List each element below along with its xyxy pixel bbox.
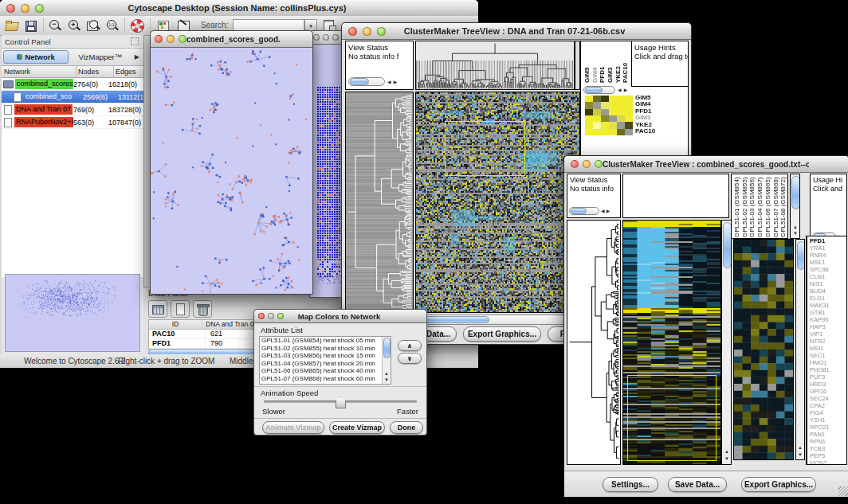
tv2-gene-label[interactable]: HAP3 [810, 323, 846, 330]
tv1-mini-scrollbar[interactable] [575, 41, 580, 90]
tv2-gene-list[interactable]: PFD1YRA1RNR4MSL1SPC98CLN1NIS1BUD4ELG1MAK… [806, 236, 847, 465]
zoom-selected-icon[interactable]: 1:1 [105, 18, 120, 33]
scroll-left-icon[interactable]: ◀ [601, 208, 605, 214]
tv2-gene-label[interactable]: MON2 [810, 459, 846, 465]
submatrix-cell[interactable] [625, 129, 633, 135]
close-button[interactable] [571, 160, 579, 168]
tv2-gene-label[interactable]: PFD1 [810, 237, 846, 244]
submatrix-cell[interactable] [593, 129, 601, 135]
attribute-item[interactable]: GPL51-06 (GSM865) heat shock 40 min [260, 367, 391, 375]
tv2-gene-label[interactable]: TCB3 [810, 445, 846, 452]
close-button[interactable] [313, 34, 320, 41]
tab-overflow-icon[interactable]: ▶ [132, 53, 142, 61]
tv2-gene-label[interactable]: MSI1 [810, 345, 846, 352]
zoom-button[interactable] [35, 4, 44, 13]
submatrix-cell[interactable] [609, 102, 617, 108]
float-panel-icon[interactable] [131, 37, 139, 45]
submatrix-cell[interactable] [585, 122, 593, 128]
minimize-button[interactable] [167, 35, 175, 43]
submatrix-cell[interactable] [617, 96, 625, 102]
submatrix-cell[interactable] [585, 96, 593, 102]
scroll-right-icon[interactable]: ▶ [394, 79, 398, 85]
help-lifebuoy-icon[interactable] [130, 18, 144, 33]
submatrix-cell[interactable] [617, 129, 625, 135]
tv2-heatmap[interactable] [622, 220, 721, 465]
network-graph-canvas[interactable] [151, 48, 311, 293]
scroll-right-icon[interactable]: ▶ [607, 208, 610, 214]
submatrix-cell[interactable] [609, 129, 617, 135]
scroll-down-icon[interactable]: ▼ [793, 230, 798, 236]
tv1-zoom-scrollbar[interactable] [583, 86, 615, 94]
tv2-gene-label[interactable]: NTR2 [810, 338, 846, 345]
tv1-export-graphics-button[interactable]: Export Graphics... [463, 326, 541, 342]
scroll-down-icon[interactable]: ▼ [384, 377, 389, 383]
tv2-gene-label[interactable]: YSH1 [810, 416, 846, 424]
tv2-gene-label[interactable]: PEP5 [810, 452, 846, 459]
scroll-left-icon[interactable]: ◀ [618, 87, 622, 93]
tab-network[interactable]: Network [3, 50, 69, 64]
tv1-status-scrollbar[interactable] [348, 77, 385, 86]
network-row[interactable]: combined_scores2764(0)16218(0) [2, 78, 143, 91]
col-header-network[interactable]: Network [2, 66, 77, 77]
submatrix-cell[interactable] [609, 109, 617, 115]
minimize-button[interactable] [21, 4, 29, 13]
slider-thumb[interactable] [336, 397, 346, 408]
submatrix-cell[interactable] [617, 115, 625, 122]
network-row[interactable]: RNAPuberNov2+I563(0)107847(0) [2, 116, 143, 129]
tv2-settings-button[interactable]: Settings... [603, 477, 658, 492]
submatrix-cell[interactable] [625, 115, 633, 122]
submatrix-cell[interactable] [609, 96, 617, 102]
close-button[interactable] [258, 313, 265, 319]
tv2-gene-label[interactable]: BUD4 [810, 287, 846, 295]
zoom-button[interactable] [377, 27, 386, 36]
tv2-gene-label[interactable]: SPC98 [810, 266, 846, 273]
tv2-heatmap-vscrollbar[interactable]: ▲ ▼ [721, 220, 732, 465]
move-up-button[interactable]: ∧ [398, 340, 422, 351]
animate-vizmap-button[interactable]: Animate Vizmap [262, 421, 324, 434]
tv1-row-dendrogram[interactable] [345, 92, 414, 313]
submatrix-cell[interactable] [593, 96, 601, 102]
submatrix-cell[interactable] [585, 102, 593, 108]
scroll-down-icon[interactable]: ▼ [724, 455, 729, 462]
submatrix-cell[interactable] [625, 122, 633, 128]
attribute-item[interactable]: GPL51-03 (GSM856) heat shock 15 min [260, 352, 391, 360]
submatrix-cell[interactable] [601, 109, 609, 115]
submatrix-cell[interactable] [593, 102, 601, 108]
network-row[interactable]: combined_sco2569(6)13112(15) [2, 91, 143, 104]
window-controls[interactable] [6, 4, 44, 13]
submatrix-cell[interactable] [617, 109, 625, 115]
create-attribute-icon[interactable] [171, 300, 190, 318]
submatrix-cell[interactable] [617, 102, 625, 108]
scroll-up-icon[interactable]: ▲ [384, 370, 389, 377]
close-button[interactable] [155, 35, 163, 43]
tv2-export-graphics-button[interactable]: Export Graphics... [741, 477, 816, 492]
tv2-gene-label[interactable]: ELG1 [810, 295, 846, 302]
submatrix-cell[interactable] [585, 109, 593, 115]
submatrix-cell[interactable] [601, 129, 609, 135]
scroll-down-icon[interactable]: ▼ [798, 451, 803, 458]
submatrix-cell[interactable] [585, 115, 593, 122]
scroll-up-icon[interactable]: ▲ [798, 444, 803, 451]
tv2-gene-label[interactable]: MAK31 [810, 302, 846, 309]
col-header-edges[interactable]: Edges [114, 66, 143, 77]
tv2-collabel-scrollbar[interactable]: ▲ ▼ [790, 174, 800, 239]
tv2-status-scrollbar[interactable] [569, 207, 599, 215]
delete-attribute-icon[interactable] [193, 300, 212, 318]
submatrix-cell[interactable] [593, 122, 601, 128]
birdseye-view[interactable] [5, 274, 140, 352]
scroll-right-icon[interactable]: ▶ [624, 87, 628, 93]
tv2-gene-label[interactable]: PAN1 [810, 431, 846, 438]
submatrix-cell[interactable] [609, 122, 617, 128]
attribute-item[interactable]: GPL51-02 (GSM855) heat shock 10 min [260, 345, 391, 353]
zoom-fit-icon[interactable] [86, 18, 100, 33]
move-down-button[interactable]: ∨ [398, 353, 422, 364]
attribute-item[interactable]: GPL51-01 (GSM854) heat shock 05 min [260, 337, 391, 345]
zoom-button[interactable] [595, 160, 603, 168]
tv2-gene-label[interactable]: SEC1 [810, 352, 846, 359]
tv1-heatmap[interactable] [415, 92, 580, 313]
tv2-gene-label[interactable]: HRD3 [810, 381, 846, 388]
tv2-gene-label[interactable]: RPN1 [810, 438, 846, 445]
zoom-in-icon[interactable]: + [67, 18, 81, 33]
dp-col-id[interactable]: ID [149, 320, 202, 329]
network-row[interactable]: DNA and Tran 07769(0)183728(0) [2, 104, 143, 116]
